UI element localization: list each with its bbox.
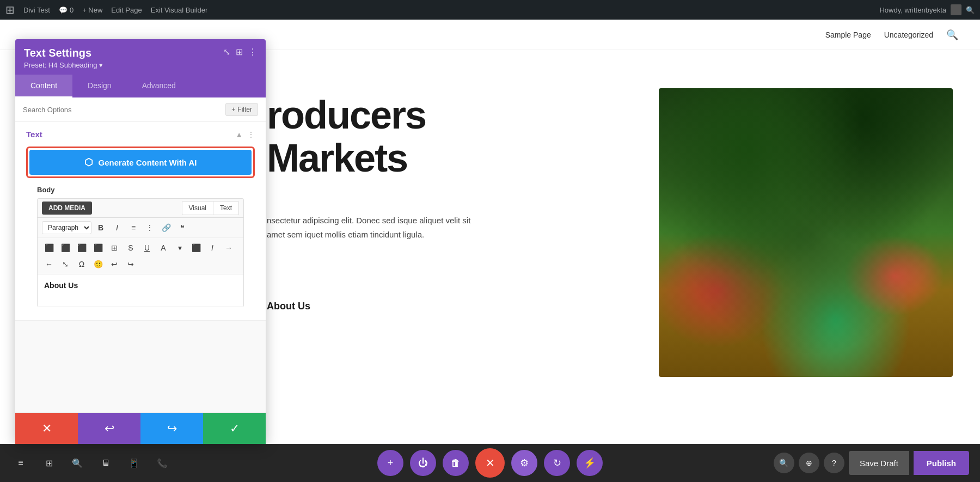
ordered-list-button[interactable]: ⋮ [143, 221, 157, 235]
preset-label: Preset: H4 Subheading [24, 61, 97, 69]
page-area: Sample Page Uncategorized 🔍 roducers Mar… [0, 20, 980, 482]
ai-icon: ⬡ [84, 156, 93, 168]
align-justify-button[interactable]: ⬛ [91, 241, 105, 255]
nav-sample-page[interactable]: Sample Page [825, 30, 871, 39]
ai-button-label: Generate Content With AI [99, 158, 197, 167]
panel-title: Text Settings [24, 47, 103, 59]
hero-image [659, 88, 953, 377]
search-options-input[interactable] [23, 106, 221, 114]
history-button[interactable]: ↻ [544, 450, 570, 476]
tab-design[interactable]: Design [72, 75, 127, 97]
wireframe-icon[interactable]: ⊞ [39, 453, 59, 473]
fullscreen-icon[interactable]: ⤡ [223, 47, 230, 57]
link-button[interactable]: 🔗 [159, 221, 173, 235]
italic-button[interactable]: I [110, 221, 124, 235]
visual-view-button[interactable]: Visual [182, 201, 213, 215]
save-draft-button[interactable]: Save Draft [849, 451, 909, 475]
new-menu[interactable]: + New [82, 6, 102, 14]
generate-ai-button[interactable]: ⬡ Generate Content With AI [29, 150, 252, 175]
text-section: Text ▲ ⋮ ⬡ Generate Content With AI Body [15, 122, 266, 321]
preset-chevron-icon: ▾ [99, 61, 103, 69]
mobile-view-icon[interactable]: 📞 [152, 453, 172, 473]
unordered-list-button[interactable]: ≡ [126, 221, 140, 235]
nav-uncategorized[interactable]: Uncategorized [884, 30, 933, 39]
user-avatar[interactable] [951, 4, 961, 15]
add-element-button[interactable]: + [377, 450, 403, 476]
italic2-button[interactable]: I [205, 241, 219, 255]
search-layers-icon[interactable]: 🔍 [68, 453, 87, 473]
add-media-button[interactable]: ADD MEDIA [42, 202, 92, 215]
fullscreen-editor-button[interactable]: ⤡ [58, 257, 72, 271]
site-search-icon[interactable]: 🔍 [946, 29, 958, 41]
settings-panel: Text Settings Preset: H4 Subheading ▾ ⤡ … [15, 39, 266, 444]
exit-visual-builder[interactable]: Exit Visual Builder [151, 6, 208, 14]
table-button[interactable]: ⊞ [107, 241, 121, 255]
editor-content-area[interactable]: About Us [38, 274, 243, 307]
wp-logo-icon: ⊞ [5, 3, 15, 16]
more-tools-button[interactable]: ▾ [173, 241, 187, 255]
undo-editor-button[interactable]: ↩ [107, 257, 121, 271]
heading-line2: Markets [267, 137, 426, 180]
blockquote-button[interactable]: ❝ [175, 221, 189, 235]
bottom-center-tools: + ⏻ 🗑 ✕ ⚙ ↻ ⚡ [377, 448, 603, 478]
filter-icon: + [231, 106, 235, 113]
edit-page-link[interactable]: Edit Page [111, 6, 142, 14]
admin-search-icon[interactable]: 🔍 [966, 6, 975, 14]
undo-button[interactable]: ↩ [78, 413, 140, 444]
site-name[interactable]: Divi Test [23, 6, 50, 14]
panel-header: Text Settings Preset: H4 Subheading ▾ ⤡ … [15, 39, 266, 75]
text-view-button[interactable]: Text [213, 201, 239, 215]
bold-button[interactable]: B [94, 221, 108, 235]
bottom-left-tools: ≡ ⊞ 🔍 🖥 📱 📞 [11, 453, 172, 473]
settings-icon[interactable]: ≡ [11, 453, 30, 473]
indent-button[interactable]: → [222, 241, 236, 255]
underline-button[interactable]: U [140, 241, 154, 255]
align-center-button[interactable]: ⬛ [58, 241, 72, 255]
search-right-icon[interactable]: 🔍 [774, 453, 794, 473]
paragraph-format-select[interactable]: ParagraphHeading 1Heading 2Heading 3 [42, 221, 91, 234]
page-settings-button[interactable]: ⏻ [410, 450, 436, 476]
panel-preset[interactable]: Preset: H4 Subheading ▾ [24, 61, 103, 69]
comment-icon: 💬 [59, 6, 68, 14]
confirm-icon: ✓ [230, 422, 240, 436]
section-chevron-up-icon[interactable]: ▲ [235, 130, 243, 139]
cancel-button[interactable]: ✕ [15, 413, 78, 444]
page-subheading: About Us [267, 301, 310, 312]
redo-editor-button[interactable]: ↪ [124, 257, 138, 271]
panel-actions: ✕ ↩ ↪ ✓ [15, 412, 266, 444]
tab-content[interactable]: Content [15, 75, 72, 97]
special-chars-button[interactable]: Ω [75, 257, 89, 271]
tablet-view-icon[interactable]: 📱 [124, 453, 144, 473]
gear-button[interactable]: ⚙ [511, 450, 537, 476]
responsive-button[interactable]: ⚡ [577, 450, 603, 476]
close-button[interactable]: ✕ [475, 448, 505, 478]
outdent-button[interactable]: ← [42, 257, 56, 271]
help-icon[interactable]: ? [824, 453, 844, 473]
filter-button[interactable]: + Filter [225, 103, 258, 116]
more-options-icon[interactable]: ⋮ [248, 47, 257, 57]
layers-icon[interactable]: ⊕ [799, 453, 819, 473]
cancel-icon: ✕ [42, 422, 52, 436]
emoji-button[interactable]: 🙂 [91, 257, 105, 271]
ai-button-wrapper: ⬡ Generate Content With AI [26, 147, 255, 178]
paste-plain-button[interactable]: ⬛ [189, 241, 203, 255]
align-left-button[interactable]: ⬛ [42, 241, 56, 255]
text-color-button[interactable]: A [156, 241, 170, 255]
confirm-button[interactable]: ✓ [203, 413, 266, 444]
strikethrough-button[interactable]: S [124, 241, 138, 255]
trash-button[interactable]: 🗑 [443, 450, 469, 476]
columns-icon[interactable]: ⊞ [236, 47, 243, 57]
comments-link[interactable]: 💬 0 [59, 6, 74, 14]
tab-advanced[interactable]: Advanced [127, 75, 191, 97]
editor-tools-row2: ⬛ ⬛ ⬛ ⬛ ⊞ S U A ▾ ⬛ I → ← [38, 238, 243, 274]
redo-button[interactable]: ↪ [140, 413, 203, 444]
panel-header-icons: ⤡ ⊞ ⋮ [223, 47, 257, 57]
section-more-icon[interactable]: ⋮ [247, 130, 255, 139]
desktop-view-icon[interactable]: 🖥 [96, 453, 115, 473]
align-right-button[interactable]: ⬛ [75, 241, 89, 255]
section-header: Text ▲ ⋮ [26, 130, 255, 139]
bottom-toolbar: ≡ ⊞ 🔍 🖥 📱 📞 + ⏻ 🗑 ✕ ⚙ ↻ ⚡ 🔍 ⊕ ? Save Dra… [0, 444, 980, 482]
publish-button[interactable]: Publish [914, 451, 969, 475]
heading-line1: roducers [267, 94, 426, 137]
bottom-right-tools: 🔍 ⊕ ? Save Draft Publish [774, 451, 969, 475]
